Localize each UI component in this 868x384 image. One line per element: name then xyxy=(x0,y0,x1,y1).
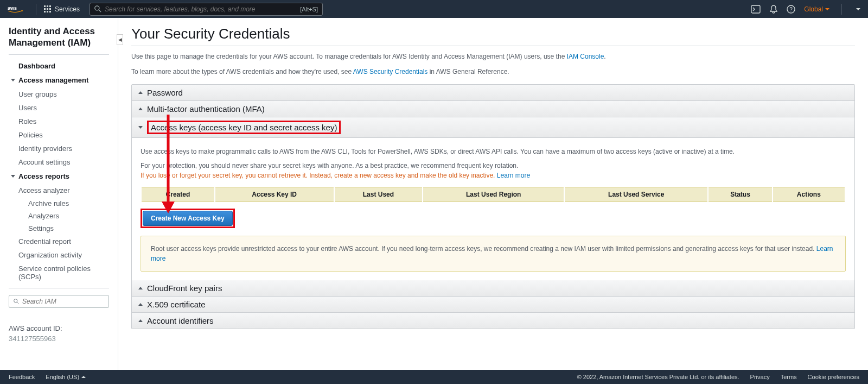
col-last-service: Last Used Service xyxy=(565,187,707,202)
svg-rect-12 xyxy=(751,5,760,13)
sidebar: ◀ Identity and Access Management (IAM) D… xyxy=(0,18,118,370)
nav-users[interactable]: Users xyxy=(9,101,109,115)
nav-user-groups[interactable]: User groups xyxy=(9,87,109,101)
global-search[interactable]: [Alt+S] xyxy=(90,3,323,16)
sidebar-title: Identity and Access Management (IAM) xyxy=(9,26,109,49)
nav-dashboard[interactable]: Dashboard xyxy=(9,59,109,73)
svg-rect-1 xyxy=(44,5,46,7)
nav-analyzers[interactable]: Analyzers xyxy=(9,210,109,222)
search-icon xyxy=(14,298,19,305)
user-menu[interactable] xyxy=(854,8,860,10)
svg-rect-6 xyxy=(49,8,51,10)
region-selector[interactable]: Global xyxy=(804,5,829,13)
col-status: Status xyxy=(709,187,771,202)
nav-org-activity[interactable]: Organization activity xyxy=(9,248,109,262)
svg-line-16 xyxy=(17,302,18,304)
nav-policies[interactable]: Policies xyxy=(9,128,109,142)
svg-rect-4 xyxy=(44,8,46,10)
section-mfa[interactable]: Multi-factor authentication (MFA) xyxy=(132,101,854,117)
root-key-warning: Root user access keys provide unrestrict… xyxy=(141,236,846,272)
footer-feedback[interactable]: Feedback xyxy=(9,374,35,380)
collapse-icon xyxy=(138,287,143,289)
notifications-icon[interactable] xyxy=(769,5,778,14)
help-icon[interactable]: ? xyxy=(787,5,795,14)
access-keys-body: Use access keys to make programmatic cal… xyxy=(132,138,854,280)
section-account-ids[interactable]: Account identifiers xyxy=(132,313,854,329)
sidebar-search[interactable] xyxy=(9,295,109,308)
access-keys-highlight: Access keys (access key ID and secret ac… xyxy=(147,121,341,134)
section-x509[interactable]: X.509 certificate xyxy=(132,297,854,313)
footer: Feedback English (US) © 2022, Amazon Int… xyxy=(0,370,868,384)
access-keys-table: Created Access Key ID Last Used Last Use… xyxy=(141,186,846,203)
learn-more-link[interactable]: Learn more xyxy=(497,172,530,179)
svg-rect-2 xyxy=(47,5,48,7)
expand-icon xyxy=(138,126,143,129)
col-created: Created xyxy=(142,187,214,202)
collapse-icon xyxy=(138,319,143,322)
top-nav: aws Services [Alt+S] ? Global xyxy=(0,0,868,18)
cloudshell-icon[interactable] xyxy=(751,4,761,14)
intro-1: Use this page to manage the credentials … xyxy=(131,52,855,61)
footer-privacy[interactable]: Privacy xyxy=(750,374,770,380)
nav-identity-providers[interactable]: Identity providers xyxy=(9,142,109,155)
collapse-icon xyxy=(138,303,143,306)
create-key-highlight: Create New Access Key xyxy=(141,209,235,228)
section-cloudfront[interactable]: CloudFront key pairs xyxy=(132,280,854,297)
footer-terms[interactable]: Terms xyxy=(781,374,797,380)
svg-rect-5 xyxy=(47,8,48,10)
section-access-keys[interactable]: Access keys (access key ID and secret ac… xyxy=(132,117,854,138)
footer-copyright: © 2022, Amazon Internet Services Private… xyxy=(577,374,739,380)
nav-scps[interactable]: Service control policies (SCPs) xyxy=(9,262,109,284)
iam-console-link[interactable]: IAM Console xyxy=(567,53,604,60)
col-actions: Actions xyxy=(773,187,845,202)
create-access-key-button[interactable]: Create New Access Key xyxy=(143,211,233,226)
nav-settings[interactable]: Settings xyxy=(9,222,109,235)
col-last-used: Last Used xyxy=(335,187,423,202)
svg-text:?: ? xyxy=(790,7,793,12)
credentials-accordion: Password Multi-factor authentication (MF… xyxy=(131,84,855,329)
main-content: Your Security Credentials Use this page … xyxy=(118,18,868,370)
aws-logo[interactable]: aws xyxy=(8,5,27,13)
security-creds-link[interactable]: AWS Security Credentials xyxy=(353,68,428,75)
services-menu[interactable]: Services xyxy=(40,5,84,13)
search-icon xyxy=(94,5,101,12)
nav-account-settings[interactable]: Account settings xyxy=(9,155,109,169)
nav-roles[interactable]: Roles xyxy=(9,115,109,128)
collapse-icon xyxy=(138,108,143,110)
nav-access-analyzer[interactable]: Access analyzer xyxy=(9,184,109,197)
nav-archive-rules[interactable]: Archive rules xyxy=(9,197,109,210)
services-label: Services xyxy=(55,5,80,13)
collapse-icon xyxy=(138,91,143,94)
svg-rect-8 xyxy=(47,11,48,12)
svg-point-15 xyxy=(14,299,17,302)
footer-cookies[interactable]: Cookie preferences xyxy=(808,374,859,380)
page-title: Your Security Credentials xyxy=(131,26,855,42)
sidebar-search-input[interactable] xyxy=(22,298,104,305)
account-id-value: 341127555963 xyxy=(9,335,109,343)
svg-rect-9 xyxy=(49,11,51,12)
grid-icon xyxy=(44,5,52,13)
svg-rect-7 xyxy=(44,11,46,12)
nav-section-access-mgmt[interactable]: Access management xyxy=(9,73,109,87)
col-last-region: Last Used Region xyxy=(423,187,564,202)
footer-language[interactable]: English (US) xyxy=(46,374,86,380)
svg-rect-3 xyxy=(49,5,51,7)
col-key-id: Access Key ID xyxy=(215,187,334,202)
nav-credential-report[interactable]: Credential report xyxy=(9,235,109,248)
access-keys-desc-1: Use access keys to make programmatic cal… xyxy=(141,147,846,156)
section-password[interactable]: Password xyxy=(132,85,854,101)
search-shortcut: [Alt+S] xyxy=(300,6,318,12)
svg-text:aws: aws xyxy=(8,5,17,11)
svg-line-11 xyxy=(99,10,101,12)
intro-2: To learn more about the types of AWS cre… xyxy=(131,67,855,77)
nav-section-access-reports[interactable]: Access reports xyxy=(9,169,109,184)
svg-point-10 xyxy=(95,6,99,10)
access-keys-desc-2: For your protection, you should never sh… xyxy=(141,161,846,180)
account-id-label: AWS account ID: xyxy=(9,324,109,332)
global-search-input[interactable] xyxy=(105,5,300,13)
